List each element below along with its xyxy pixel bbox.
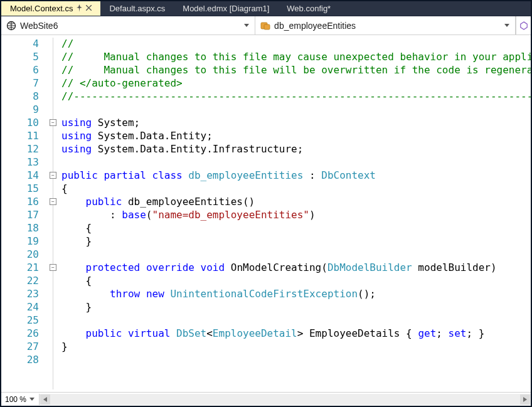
line-number: 8 — [1, 90, 39, 103]
code-line[interactable]: protected override void OnModelCreating(… — [61, 261, 531, 274]
code-line[interactable]: // Manual changes to this file may cause… — [61, 50, 531, 63]
fold-gutter: −−−− — [46, 35, 61, 392]
line-number: 26 — [1, 327, 39, 340]
code-line[interactable]: { — [61, 274, 531, 287]
zoom-label: 100 % — [1, 395, 28, 404]
code-line[interactable]: public partial class db_employeeEntities… — [61, 169, 531, 182]
code-line[interactable]: public db_employeeEntities() — [61, 195, 531, 208]
code-line[interactable] — [61, 248, 531, 261]
line-number: 17 — [1, 208, 39, 221]
code-line[interactable]: //--------------------------------------… — [61, 90, 531, 103]
code-line[interactable]: { — [61, 182, 531, 195]
line-number: 21 — [1, 261, 39, 274]
nav-member-label: db_employeeEntities — [274, 21, 499, 31]
code-line[interactable] — [61, 156, 531, 169]
code-line[interactable]: // Manual changes to this file will be o… — [61, 63, 531, 77]
line-number: 18 — [1, 221, 39, 235]
code-line[interactable]: } — [61, 300, 531, 314]
line-number: 10 — [1, 116, 39, 129]
line-number: 16 — [1, 195, 39, 208]
nav-project-label: WebSite6 — [20, 21, 238, 31]
close-icon[interactable] — [86, 5, 92, 12]
line-number: 13 — [1, 156, 39, 169]
code-line[interactable]: using System; — [61, 116, 531, 129]
nav-member-selector[interactable]: db_employeeEntities — [255, 16, 516, 34]
code-line[interactable]: { — [61, 221, 531, 235]
code-line[interactable] — [61, 353, 531, 366]
tab-model-context[interactable]: Model.Context.cs — [1, 1, 100, 16]
horizontal-scrollbar[interactable] — [39, 394, 531, 405]
line-number: 5 — [1, 50, 39, 63]
code-line[interactable]: // — [61, 37, 531, 50]
code-line[interactable]: public virtual DbSet<EmployeeDetail> Emp… — [61, 327, 531, 340]
code-line[interactable]: throw new UnintentionalCodeFirstExceptio… — [61, 287, 531, 300]
line-number: 9 — [1, 103, 39, 116]
scroll-left-button[interactable] — [40, 394, 50, 404]
fold-toggle[interactable]: − — [50, 172, 56, 179]
class-icon — [260, 21, 270, 31]
nav-project-selector[interactable]: WebSite6 — [1, 16, 255, 34]
code-line[interactable]: } — [61, 235, 531, 248]
code-line[interactable]: : base("name=db_employeeEntities") — [61, 208, 531, 221]
line-number: 11 — [1, 129, 39, 142]
line-number-gutter: 4567891011121314151617181920212223242526… — [1, 35, 46, 392]
chevron-down-icon — [242, 21, 251, 30]
tab-model-edmx[interactable]: Model.edmx [Diagram1] — [174, 1, 278, 16]
nav-overflow[interactable] — [516, 16, 531, 34]
tab-strip: Model.Context.cs Default.aspx.cs Model.e… — [1, 1, 531, 16]
line-number: 7 — [1, 77, 39, 90]
fold-guide — [53, 38, 53, 389]
fold-toggle[interactable]: − — [50, 264, 56, 271]
tab-label: Model.edmx [Diagram1] — [183, 4, 269, 13]
tab-web-config[interactable]: Web.config* — [278, 1, 339, 16]
line-number: 28 — [1, 353, 39, 366]
code-line[interactable]: using System.Data.Entity; — [61, 129, 531, 142]
editor[interactable]: 4567891011121314151617181920212223242526… — [1, 35, 531, 392]
line-number: 25 — [1, 314, 39, 327]
line-number: 15 — [1, 182, 39, 195]
status-strip: 100 % — [1, 392, 531, 406]
scroll-right-button[interactable] — [520, 394, 530, 404]
code-line[interactable]: using System.Data.Entity.Infrastructure; — [61, 142, 531, 156]
pin-icon[interactable] — [77, 4, 82, 13]
nav-bar: WebSite6 db_employeeEntities — [1, 16, 531, 35]
code-line[interactable] — [61, 103, 531, 116]
code-line[interactable]: // </auto-generated> — [61, 77, 531, 90]
globe-icon — [6, 21, 16, 31]
line-number: 6 — [1, 63, 39, 77]
fold-toggle[interactable]: − — [50, 198, 56, 205]
chevron-down-icon — [503, 21, 511, 30]
line-number: 19 — [1, 235, 39, 248]
code-line[interactable] — [61, 314, 531, 327]
tab-label: Default.aspx.cs — [109, 4, 165, 13]
tab-label: Web.config* — [287, 4, 331, 13]
line-number: 4 — [1, 37, 39, 50]
tab-label: Model.Context.cs — [10, 4, 73, 13]
line-number: 24 — [1, 300, 39, 314]
svg-marker-3 — [520, 21, 527, 29]
code-area[interactable]: //// Manual changes to this file may cau… — [61, 35, 531, 392]
line-number: 12 — [1, 142, 39, 156]
code-line[interactable]: } — [61, 340, 531, 353]
line-number: 27 — [1, 340, 39, 353]
line-number: 20 — [1, 248, 39, 261]
line-number: 23 — [1, 287, 39, 300]
tab-default-aspx[interactable]: Default.aspx.cs — [100, 1, 174, 16]
line-number: 22 — [1, 274, 39, 287]
line-number: 14 — [1, 169, 39, 182]
svg-rect-2 — [264, 24, 270, 29]
zoom-dropdown[interactable] — [28, 398, 36, 401]
fold-toggle[interactable]: − — [50, 119, 56, 126]
